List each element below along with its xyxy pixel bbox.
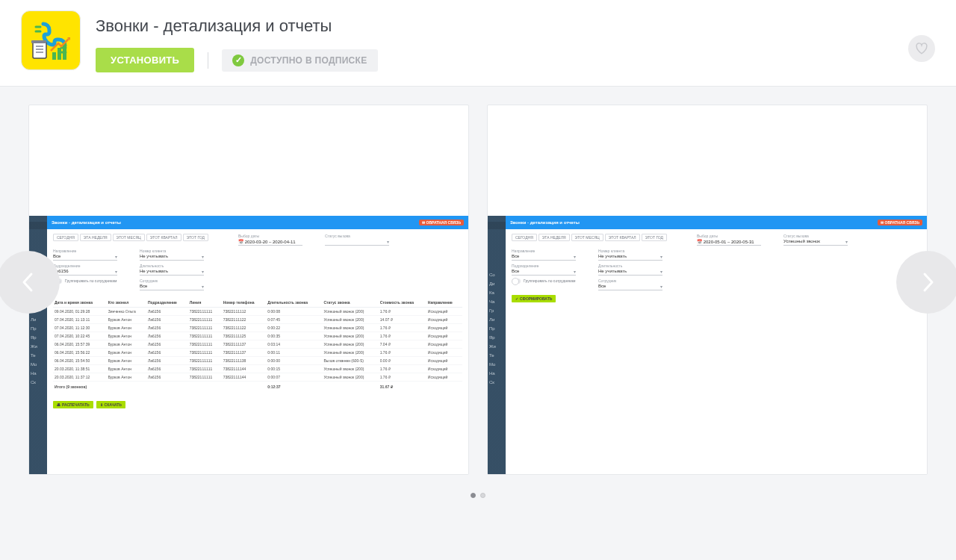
date-range-pills: СЕГОДНЯЭТА НЕДЕЛЯЭТОТ МЕСЯЦЭТОТ КВАРТАЛЭ… bbox=[512, 234, 667, 241]
toggle-icon bbox=[512, 279, 521, 284]
date-pill: ЭТА НЕДЕЛЯ bbox=[538, 234, 570, 241]
date-pill: ЭТОТ КВАРТАЛ bbox=[146, 234, 181, 241]
carousel-dot[interactable] bbox=[471, 493, 476, 498]
svg-rect-2 bbox=[31, 40, 46, 43]
table-row: 07.04.2020, 11:13:11Бурков АнтонЛа615673… bbox=[53, 316, 462, 324]
app-header: Звонки - детализация и отчеты УСТАНОВИТЬ… bbox=[0, 0, 956, 87]
svg-rect-7 bbox=[58, 48, 61, 60]
mini-topbar: Звонки - детализация и отчеты ✉ ОБРАТНАЯ… bbox=[47, 216, 468, 229]
mini-topbar: Звонки - детализация и отчеты ✉ ОБРАТНАЯ… bbox=[506, 216, 927, 229]
table-row: 06.04.2020, 15:54:50Бурков АнтонЛа615673… bbox=[53, 357, 462, 365]
carousel-slide[interactable]: СоДиКаЧаГрЛиПрЯрЖиТеМоНаСк Звонки - дета… bbox=[487, 105, 928, 475]
favorite-button[interactable] bbox=[908, 35, 935, 62]
svg-rect-8 bbox=[63, 43, 66, 60]
mini-sidebar: СоДиКаЧаГрЛиПрЯрЖиТеМоНаСк bbox=[488, 216, 506, 474]
date-pill: ЭТА НЕДЕЛЯ bbox=[80, 234, 111, 241]
table-row: 06.04.2020, 15:56:22Бурков АнтонЛа615673… bbox=[53, 349, 462, 357]
subscription-label: ДОСТУПНО В ПОДПИСКЕ bbox=[250, 55, 367, 66]
svg-rect-1 bbox=[33, 42, 46, 58]
group-by-employee-toggle: Группировать по сотрудникам bbox=[512, 279, 576, 284]
app-icon bbox=[21, 10, 81, 70]
date-pill: СЕГОДНЯ bbox=[53, 234, 78, 241]
carousel-slide[interactable]: СоДиКаЧаГрЛиПрЯрЖиТеМоНаСк Звонки - дета… bbox=[28, 105, 469, 475]
install-button[interactable]: УСТАНОВИТЬ bbox=[96, 48, 194, 72]
table-row: 07.04.2020, 10:22:45Бурков АнтонЛа615673… bbox=[53, 332, 462, 340]
mini-feedback-button: ✉ ОБРАТНАЯ СВЯЗЬ bbox=[419, 220, 464, 225]
chevron-left-icon bbox=[21, 271, 36, 293]
download-button: ⬇ СКАЧАТЬ bbox=[96, 401, 125, 408]
date-pill: ЭТОТ МЕСЯЦ bbox=[113, 234, 145, 241]
calls-table: Дата и время звонкаКто звонилПодразделен… bbox=[53, 298, 462, 391]
date-pill: ЭТОТ ГОД bbox=[183, 234, 208, 241]
divider bbox=[208, 52, 208, 69]
carousel-dots bbox=[0, 478, 956, 543]
group-by-employee-toggle: Группировать по сотрудникам bbox=[53, 279, 117, 284]
table-row: 09.04.2020, 01:29:28Зинченко ОльгаЛа6156… bbox=[53, 308, 462, 316]
print-button: 🖶 РАСПЕЧАТАТЬ bbox=[53, 401, 93, 408]
date-pill: ЭТОТ МЕСЯЦ bbox=[571, 234, 603, 241]
chevron-right-icon bbox=[920, 271, 935, 293]
table-row: 06.04.2020, 15:57:39Бурков АнтонЛа615673… bbox=[53, 340, 462, 349]
carousel-next-button[interactable] bbox=[896, 251, 956, 314]
date-pill: СЕГОДНЯ bbox=[512, 234, 537, 241]
generate-button: ✓ СФОРМИРОВАТЬ bbox=[512, 295, 556, 302]
carousel-prev-button[interactable] bbox=[0, 251, 60, 314]
mini-feedback-button: ✉ ОБРАТНАЯ СВЯЗЬ bbox=[878, 220, 922, 225]
table-row: 20.03.2020, 11:37:12Бурков АнтонЛа615673… bbox=[53, 373, 462, 382]
date-pill: ЭТОТ ГОД bbox=[642, 234, 667, 241]
screenshot-carousel: СоДиКаЧаГрЛиПрЯрЖиТеМоНаСк Звонки - дета… bbox=[0, 87, 956, 478]
mini-title: Звонки - детализация и отчеты bbox=[510, 220, 580, 225]
carousel-dot[interactable] bbox=[480, 493, 485, 498]
heart-icon bbox=[915, 42, 928, 55]
check-icon: ✓ bbox=[232, 55, 244, 66]
app-title: Звонки - детализация и отчеты bbox=[96, 16, 893, 36]
mini-title: Звонки - детализация и отчеты bbox=[52, 220, 121, 225]
svg-rect-6 bbox=[52, 52, 56, 60]
feedback-icon: ✉ bbox=[881, 220, 884, 225]
header-main: Звонки - детализация и отчеты УСТАНОВИТЬ… bbox=[96, 10, 893, 72]
date-pill: ЭТОТ КВАРТАЛ bbox=[605, 234, 640, 241]
subscription-badge: ✓ ДОСТУПНО В ПОДПИСКЕ bbox=[222, 49, 377, 72]
feedback-icon: ✉ bbox=[422, 220, 425, 225]
table-row: 07.04.2020, 11:12:30Бурков АнтонЛа615673… bbox=[53, 324, 462, 332]
date-range-pills: СЕГОДНЯЭТА НЕДЕЛЯЭТОТ МЕСЯЦЭТОТ КВАРТАЛЭ… bbox=[53, 234, 208, 241]
table-row: 20.03.2020, 11:38:51Бурков АнтонЛа615673… bbox=[53, 365, 462, 373]
